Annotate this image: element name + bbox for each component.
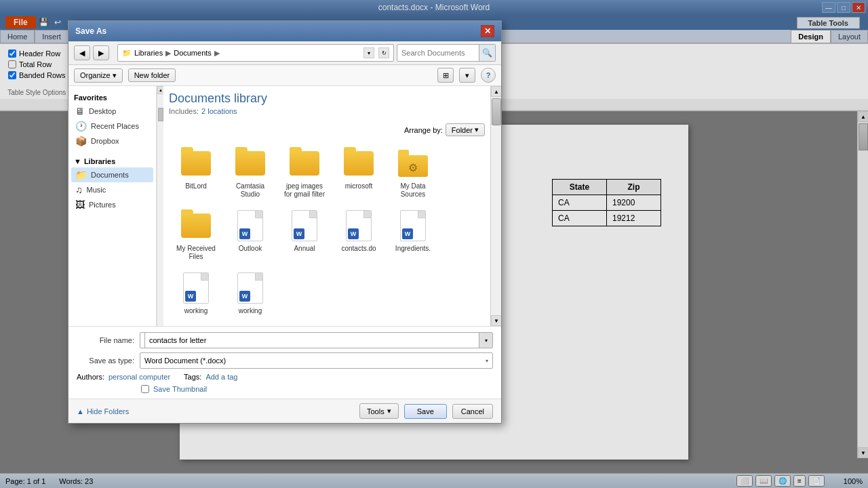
organize-label: Organize [80, 71, 111, 79]
list-item[interactable]: ⚙ My Data Sources [389, 144, 437, 201]
library-header: Documents library Includes: 2 locations [169, 92, 485, 115]
view-toggle-button[interactable]: ⊞ [437, 68, 454, 83]
file-label: Outlook [239, 245, 262, 253]
authors-value[interactable]: personal computer [108, 373, 170, 381]
sidebar-item-dropbox[interactable]: 📦 Dropbox [71, 134, 153, 148]
favorites-header[interactable]: Favorites [71, 92, 153, 104]
list-item[interactable]: Camtasia Studio [226, 144, 275, 201]
save-thumbnail-checkbox[interactable] [141, 385, 149, 393]
dialog-fields: File name: ▾ Save as type: Word Document… [68, 326, 501, 399]
filename-row: File name: ▾ [77, 332, 493, 348]
savetype-arrow-icon: ▾ [486, 358, 488, 364]
sidebar-item-recent-places[interactable]: 🕐 Recent Places [71, 119, 153, 134]
filename-input[interactable] [144, 332, 488, 348]
filename-label: File name: [77, 336, 134, 344]
recent-places-icon: 🕐 [75, 121, 87, 131]
file-label: microsoft [345, 182, 373, 190]
save-thumbnail-label[interactable]: Save Thumbnail [153, 385, 207, 393]
filename-dropdown-arrow[interactable]: ▾ [479, 333, 492, 348]
list-item[interactable]: BitLord [172, 144, 220, 201]
file-label: BitLord [185, 182, 207, 190]
add-tag-link[interactable]: Add a tag [205, 373, 237, 381]
folder-icon-bitlord [180, 147, 212, 180]
breadcrumb-libraries[interactable]: Libraries [134, 49, 163, 57]
savetype-label: Save as type: [77, 357, 134, 365]
forward-button[interactable]: ▶ [93, 45, 109, 60]
list-item[interactable]: W Ingredients. [389, 207, 437, 264]
list-item[interactable]: W Outlook [226, 207, 275, 264]
back-button[interactable]: ◀ [74, 45, 90, 60]
breadcrumb-documents[interactable]: Documents [174, 49, 212, 57]
tools-label: Tools [367, 407, 384, 415]
view-options-button[interactable]: ▾ [459, 68, 475, 83]
list-item[interactable]: W contacts.do [334, 207, 383, 264]
locations-link[interactable]: 2 locations [201, 107, 237, 115]
folder-shape [181, 214, 211, 238]
folder-icon-microsoft [342, 147, 375, 180]
breadcrumb-dropdown-button[interactable]: ▾ [363, 47, 374, 58]
list-item[interactable]: microsoft [334, 144, 383, 201]
pictures-icon: 🖼 [75, 199, 85, 210]
list-item[interactable]: W working [172, 269, 220, 318]
list-item[interactable]: W working [226, 269, 275, 318]
word-file-shape: W [183, 272, 209, 304]
list-item[interactable]: My Received Files [172, 207, 220, 264]
savetype-dropdown[interactable]: Word Document (*.docx) ▾ [140, 352, 493, 369]
list-item[interactable]: jpeg images for gmail filter [280, 144, 329, 201]
file-icon-contacts: W [342, 209, 375, 242]
libraries-label: Libraries [84, 157, 115, 165]
authors-section: Authors: personal computer [77, 373, 170, 381]
file-icon-annual: W [288, 209, 321, 242]
libraries-section: ▼ Libraries 📁 Documents ♫ Music 🖼 Pictur… [71, 155, 153, 212]
hide-folders-arrow-icon: ▲ [77, 407, 84, 415]
sidebar-item-pictures[interactable]: 🖼 Pictures [71, 197, 153, 212]
sidebar-item-documents[interactable]: 📁 Documents [71, 167, 153, 182]
breadcrumb-refresh-button[interactable]: ↻ [378, 47, 389, 58]
file-scroll-up[interactable]: ▲ [491, 86, 501, 97]
search-input[interactable] [397, 47, 479, 58]
hide-folders-label: Hide Folders [87, 407, 129, 415]
folder-icon-camtasia [234, 147, 267, 180]
folder-shape [344, 151, 374, 176]
save-button[interactable]: Save [404, 404, 447, 419]
file-scroll-thumb[interactable] [492, 98, 501, 125]
breadcrumb-sep-2: ▶ [214, 49, 220, 58]
tools-button[interactable]: Tools ▾ [359, 403, 399, 419]
dialog-close-button[interactable]: ✕ [481, 25, 494, 37]
sidebar-scroll-thumb[interactable] [158, 108, 163, 121]
folder-icon-jpeg [288, 147, 321, 180]
savetype-row: Save as type: Word Document (*.docx) ▾ [77, 352, 493, 369]
cancel-button[interactable]: Cancel [452, 404, 493, 419]
hide-folders-button[interactable]: ▲ Hide Folders [77, 407, 354, 415]
arrange-chevron-icon: ▾ [475, 125, 479, 134]
sidebar-item-music[interactable]: ♫ Music [71, 182, 153, 197]
desktop-label: Desktop [89, 107, 116, 115]
word-badge: W [294, 228, 304, 239]
documents-label: Documents [91, 171, 129, 179]
search-button[interactable]: 🔍 [479, 45, 495, 61]
sidebar: Favorites 🖥 Desktop 🕐 Recent Places 📦 Dr… [68, 86, 157, 326]
dialog-title: Save As [75, 26, 106, 36]
file-icon-working2: W [234, 272, 267, 304]
file-label: jpeg images for gmail filter [283, 182, 326, 199]
search-box: 🔍 [397, 44, 496, 62]
new-folder-button[interactable]: New folder [128, 68, 176, 82]
arrange-dropdown[interactable]: Folder ▾ [446, 123, 485, 136]
thumbnail-row: Save Thumbnail [77, 385, 493, 393]
list-item[interactable]: W Annual [280, 207, 329, 264]
organize-button[interactable]: Organize ▾ [74, 68, 123, 83]
dialog-overlay: Save As ✕ ◀ ▶ 📁 Libraries ▶ Documents ▶ … [0, 0, 868, 488]
authors-label: Authors: [77, 373, 104, 381]
pictures-label: Pictures [89, 201, 116, 209]
libraries-header[interactable]: ▼ Libraries [71, 155, 153, 167]
file-label: working [184, 307, 208, 315]
word-badge: W [239, 291, 250, 302]
help-button[interactable]: ? [481, 68, 496, 83]
sidebar-item-desktop[interactable]: 🖥 Desktop [71, 104, 153, 119]
file-scroll-down[interactable]: ▼ [491, 315, 501, 326]
word-file-shape: W [400, 210, 426, 241]
includes-label: Includes: [169, 107, 199, 115]
breadcrumb-bar[interactable]: 📁 Libraries ▶ Documents ▶ ▾ ↻ [117, 44, 394, 62]
savetype-wrapper: Word Document (*.docx) ▾ [140, 352, 493, 369]
file-label: contacts.do [341, 245, 376, 253]
